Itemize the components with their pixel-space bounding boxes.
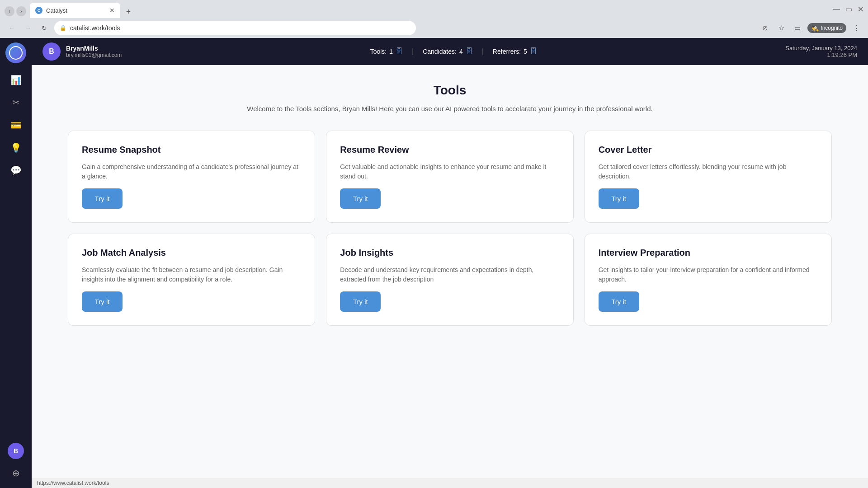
- restore-button[interactable]: ▭: [845, 5, 852, 14]
- cast-icon[interactable]: ⊘: [759, 22, 771, 34]
- tab-title: Catalyst: [46, 7, 106, 14]
- incognito-badge: 🕵 Incognito: [807, 23, 846, 33]
- tool-desc-interview-preparation: Get insights to tailor your interview pr…: [599, 265, 818, 284]
- analytics-icon: 📊: [10, 75, 22, 85]
- app-logo[interactable]: [5, 42, 26, 63]
- menu-icon[interactable]: ⋮: [850, 22, 863, 34]
- new-tab-button[interactable]: +: [122, 5, 135, 18]
- tab-dropdown-btn[interactable]: ›: [16, 6, 26, 16]
- wallet-icon: 💳: [10, 120, 22, 131]
- referrers-stat-count: 5: [524, 48, 527, 55]
- close-button[interactable]: ✕: [858, 5, 863, 14]
- tools-stat-label: Tools:: [370, 48, 387, 55]
- header-user-info: BryanMills bry.mills01@gmail.com: [66, 45, 122, 58]
- tab-favicon: C: [35, 7, 42, 14]
- tab-close-btn[interactable]: ✕: [109, 7, 115, 14]
- try-button-interview-preparation[interactable]: Try it: [599, 291, 639, 312]
- status-url: https://www.catalist.work/tools: [37, 480, 109, 486]
- messages-icon: 💬: [10, 165, 22, 176]
- tool-card-interview-preparation: Interview Preparation Get insights to ta…: [585, 234, 832, 326]
- tab-back-btn[interactable]: ‹: [5, 6, 14, 16]
- bookmark-icon[interactable]: ☆: [775, 22, 788, 34]
- try-button-resume-snapshot[interactable]: Try it: [82, 188, 123, 209]
- add-icon[interactable]: ⊕: [5, 463, 26, 483]
- url-text: catalist.work/tools: [70, 24, 120, 32]
- sidebar: 📊 ✂ 💳 💡 💬 B ⊕: [0, 38, 32, 488]
- toolbar-actions: ⊘ ☆ ▭ 🕵 Incognito ⋮: [759, 22, 863, 34]
- sidebar-item-messages[interactable]: 💬: [5, 160, 26, 181]
- back-button[interactable]: ←: [5, 22, 18, 34]
- stat-divider-1: |: [412, 47, 414, 56]
- tool-desc-resume-review: Get valuable and actionable insights to …: [340, 162, 559, 181]
- try-button-job-insights[interactable]: Try it: [340, 291, 381, 312]
- sidebar-item-tools[interactable]: ✂: [5, 92, 26, 113]
- stat-divider-2: |: [482, 47, 484, 56]
- address-bar[interactable]: 🔒 catalist.work/tools: [54, 21, 416, 35]
- app-container: 📊 ✂ 💳 💡 💬 B ⊕ B: [0, 38, 868, 488]
- tools-grid: Resume Snapshot Gain a comprehensive und…: [68, 131, 832, 326]
- tool-card-resume-review: Resume Review Get valuable and actionabl…: [326, 131, 573, 223]
- active-tab[interactable]: C Catalyst ✕: [30, 3, 120, 18]
- tool-desc-job-insights: Decode and understand key requirements a…: [340, 265, 559, 284]
- candidates-stat: Candidates: 4 🗄: [423, 47, 473, 56]
- tool-desc-cover-letter: Get tailored cover letters effortlessly.…: [599, 162, 818, 181]
- tool-card-cover-letter: Cover Letter Get tailored cover letters …: [585, 131, 832, 223]
- referrers-stat: Referrers: 5 🗄: [493, 47, 537, 56]
- header-email: bry.mills01@gmail.com: [66, 52, 122, 58]
- referrers-stat-label: Referrers:: [493, 48, 521, 55]
- sidebar-bottom: B ⊕: [5, 443, 26, 483]
- sidebar-item-analytics[interactable]: 📊: [5, 70, 26, 90]
- header-time: 1:19:26 PM: [785, 52, 857, 58]
- logo-inner: [9, 46, 23, 60]
- reload-button[interactable]: ↻: [38, 22, 51, 34]
- user-avatar-sidebar[interactable]: B: [8, 443, 24, 459]
- tools-stat-icon: 🗄: [396, 47, 403, 56]
- tool-desc-resume-snapshot: Gain a comprehensive understanding of a …: [82, 162, 301, 181]
- header-stats: Tools: 1 🗄 | Candidates: 4 🗄 | Referrers…: [370, 47, 537, 56]
- tool-card-job-insights: Job Insights Decode and understand key r…: [326, 234, 573, 326]
- tool-title-resume-snapshot: Resume Snapshot: [82, 145, 301, 155]
- tool-title-job-insights: Job Insights: [340, 248, 559, 258]
- candidates-stat-icon: 🗄: [466, 47, 473, 56]
- tool-title-resume-review: Resume Review: [340, 145, 559, 155]
- tools-stat: Tools: 1 🗄: [370, 47, 403, 56]
- referrers-stat-icon: 🗄: [530, 47, 537, 56]
- tools-icon: ✂: [13, 98, 19, 108]
- browser-toolbar: ← → ↻ 🔒 catalist.work/tools ⊘ ☆ ▭ 🕵 Inco…: [0, 18, 868, 38]
- minimize-button[interactable]: —: [833, 5, 840, 14]
- app-header: B BryanMills bry.mills01@gmail.com Tools…: [32, 38, 868, 65]
- tool-card-job-match-analysis: Job Match Analysis Seamlessly evaluate t…: [68, 234, 315, 326]
- try-button-resume-review[interactable]: Try it: [340, 188, 381, 209]
- tool-card-resume-snapshot: Resume Snapshot Gain a comprehensive und…: [68, 131, 315, 223]
- main-wrapper: B BryanMills bry.mills01@gmail.com Tools…: [32, 38, 868, 488]
- tool-desc-job-match-analysis: Seamlessly evaluate the fit between a re…: [82, 265, 301, 284]
- header-avatar: B: [42, 42, 61, 61]
- main-content: Tools Welcome to the Tools sections, Bry…: [32, 65, 868, 478]
- header-datetime: Saturday, January 13, 2024 1:19:26 PM: [785, 45, 857, 58]
- tool-title-job-match-analysis: Job Match Analysis: [82, 248, 301, 258]
- forward-button[interactable]: →: [22, 22, 34, 34]
- page-subtitle: Welcome to the Tools sections, Bryan Mil…: [68, 105, 832, 113]
- try-button-job-match-analysis[interactable]: Try it: [82, 291, 123, 312]
- lock-icon: 🔒: [60, 25, 66, 31]
- page-title: Tools: [68, 83, 832, 98]
- browser-tab-strip: ‹ › C Catalyst ✕ +: [5, 0, 833, 18]
- candidates-stat-count: 4: [459, 48, 463, 55]
- try-button-cover-letter[interactable]: Try it: [599, 188, 639, 209]
- tool-title-cover-letter: Cover Letter: [599, 145, 818, 155]
- sidebar-item-ideas[interactable]: 💡: [5, 137, 26, 158]
- window-controls: — ▭ ✕: [833, 5, 863, 14]
- header-username: BryanMills: [66, 45, 122, 52]
- ideas-icon: 💡: [10, 142, 22, 153]
- browser-titlebar: ‹ › C Catalyst ✕ + — ▭ ✕ ← → ↻ 🔒 catalis…: [0, 0, 868, 38]
- tools-stat-count: 1: [389, 48, 393, 55]
- candidates-stat-label: Candidates:: [423, 48, 457, 55]
- status-bar: https://www.catalist.work/tools: [32, 478, 868, 488]
- sidebar-item-wallet[interactable]: 💳: [5, 115, 26, 136]
- tool-title-interview-preparation: Interview Preparation: [599, 248, 818, 258]
- sidebar-icon[interactable]: ▭: [791, 22, 804, 34]
- header-date: Saturday, January 13, 2024: [785, 45, 857, 52]
- header-user: B BryanMills bry.mills01@gmail.com: [42, 42, 122, 61]
